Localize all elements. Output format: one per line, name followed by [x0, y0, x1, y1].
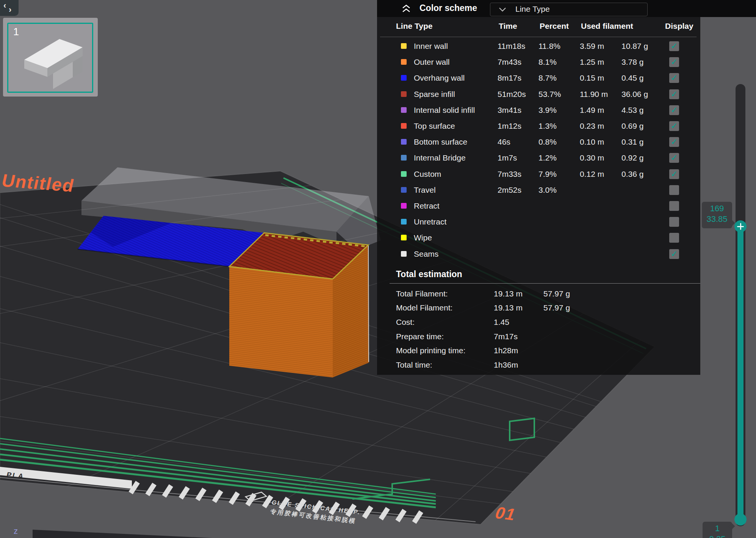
display-checkbox[interactable]: ✓ — [669, 57, 679, 67]
line-type-row: Wipe — [377, 230, 700, 246]
line-type-row: Custom 7m33s 7.9% 0.12 m 0.36 g ✓ — [377, 166, 700, 182]
layer-slider-lower-handle[interactable] — [734, 513, 747, 526]
line-type-percent: 0.8% — [538, 137, 580, 147]
line-type-time: 3m41s — [498, 106, 538, 115]
display-checkbox[interactable] — [669, 185, 679, 195]
column-header-display: Display — [665, 22, 701, 34]
line-type-color-swatch — [401, 235, 407, 240]
column-header-percent: Percent — [540, 22, 581, 34]
line-type-label: Sparse infill — [414, 90, 498, 99]
line-type-used-g: 0.31 g — [621, 137, 664, 147]
line-type-label: Wipe — [414, 233, 498, 242]
line-type-used-m: 0.12 m — [580, 170, 621, 179]
total-row-label: Cost: — [396, 318, 494, 327]
collapse-sidebar-button[interactable]: ‹ › — [0, 0, 19, 16]
total-estimation-divider — [390, 283, 700, 284]
line-type-row: Overhang wall 8m17s 8.7% 0.15 m 0.45 g ✓ — [377, 70, 700, 86]
line-type-percent: 1.2% — [538, 153, 580, 162]
total-estimation-title: Total estimation — [396, 269, 462, 279]
display-checkbox[interactable]: ✓ — [669, 121, 679, 131]
line-type-used-g: 10.87 g — [621, 42, 664, 51]
color-scheme-dropdown[interactable]: Line Type — [490, 3, 648, 16]
line-type-percent: 53.7% — [538, 90, 580, 99]
display-checkbox[interactable]: ✓ — [669, 105, 679, 115]
line-type-label: Outer wall — [414, 58, 498, 67]
total-estimation-rows: Total Filament: 19.13 m 57.97 g Model Fi… — [377, 287, 700, 372]
display-checkbox[interactable]: ✓ — [669, 153, 679, 163]
line-type-used-m: 11.90 m — [580, 90, 621, 99]
display-checkbox[interactable] — [669, 217, 679, 227]
total-row-label: Total Filament: — [396, 289, 494, 298]
line-type-time: 51m20s — [498, 90, 538, 99]
total-row-value-1: 7m17s — [494, 332, 543, 341]
line-type-color-swatch — [401, 107, 407, 113]
line-type-label: Inner wall — [414, 42, 498, 51]
chevron-left-icon: ‹ — [3, 1, 6, 11]
line-type-used-g: 0.36 g — [621, 170, 664, 179]
display-checkbox[interactable] — [669, 233, 679, 243]
color-scheme-header: Color scheme Line Type — [377, 0, 756, 17]
chevron-right-icon: › — [9, 5, 11, 15]
line-type-color-swatch — [401, 139, 407, 145]
line-type-percent: 3.0% — [538, 186, 580, 195]
line-type-time: 11m18s — [498, 42, 538, 51]
lower-height-value: 0.25 — [703, 534, 732, 538]
plate-thumbnail-model-preview — [8, 24, 92, 92]
line-type-used-g: 0.92 g — [621, 153, 664, 162]
line-type-label: Unretract — [414, 217, 498, 226]
line-type-used-g: 3.78 g — [621, 58, 664, 67]
line-type-row: Internal solid infill 3m41s 3.9% 1.49 m … — [377, 102, 700, 118]
line-type-color-swatch — [401, 187, 407, 193]
line-type-percent: 3.9% — [538, 106, 580, 115]
display-checkbox[interactable]: ✓ — [669, 169, 679, 179]
line-type-label: Retract — [414, 201, 498, 211]
line-type-label: Overhang wall — [414, 73, 498, 83]
plate-thumbnail-card[interactable]: 1 — [3, 18, 98, 97]
display-checkbox[interactable]: ✓ — [669, 73, 679, 83]
line-type-label: Internal Bridge — [414, 153, 498, 162]
line-type-label: Custom — [414, 170, 498, 179]
line-type-row: Seams ✓ — [377, 246, 700, 262]
layer-slider-upper-tooltip: 169 33.85 — [702, 202, 732, 228]
display-checkbox[interactable]: ✓ — [669, 41, 679, 51]
line-type-row: Retract — [377, 198, 700, 214]
dropdown-selected-value: Line Type — [515, 5, 550, 14]
display-checkbox[interactable]: ✓ — [669, 249, 679, 259]
layer-slider-upper-handle[interactable] — [734, 220, 747, 232]
line-type-used-g: 36.06 g — [621, 90, 664, 99]
line-type-row: Top surface 1m12s 1.3% 0.23 m 0.69 g ✓ — [377, 118, 700, 134]
line-type-color-swatch — [401, 155, 407, 161]
line-type-rows: Inner wall 11m18s 11.8% 3.59 m 10.87 g ✓… — [377, 38, 700, 262]
line-type-used-m: 0.30 m — [580, 153, 621, 162]
line-type-color-swatch — [401, 59, 407, 65]
total-row-label: Prepare time: — [396, 332, 494, 341]
line-type-label: Internal solid infill — [414, 106, 498, 115]
line-type-label: Travel — [414, 186, 498, 195]
line-type-color-swatch — [401, 251, 407, 257]
axis-z-label: z — [14, 526, 18, 536]
line-type-percent: 7.9% — [538, 170, 580, 179]
total-estimation-row: Model printing time: 1h28m — [377, 343, 700, 358]
display-checkbox[interactable]: ✓ — [669, 89, 679, 99]
line-type-row: Unretract — [377, 214, 700, 230]
line-type-time: 2m52s — [498, 186, 538, 195]
line-type-used-g: 0.45 g — [621, 73, 664, 83]
printed-cube — [229, 233, 369, 377]
total-estimation-row: Total time: 1h36m — [377, 358, 700, 372]
column-header-used-filament: Used filament — [581, 22, 665, 34]
layer-slider-lower-tooltip: 1 0.25 — [703, 522, 732, 538]
display-checkbox[interactable] — [669, 201, 679, 211]
display-checkbox[interactable]: ✓ — [669, 137, 679, 147]
total-row-value-2: 57.97 g — [543, 289, 700, 298]
line-type-row: Outer wall 7m43s 8.1% 1.25 m 3.78 g ✓ — [377, 54, 700, 70]
line-type-color-swatch — [401, 203, 407, 209]
double-chevron-up-icon[interactable] — [401, 4, 412, 14]
total-row-label: Model printing time: — [396, 346, 494, 355]
header-divider — [380, 37, 697, 37]
total-row-value-1: 1h36m — [494, 360, 543, 370]
total-estimation-row: Total Filament: 19.13 m 57.97 g — [377, 287, 700, 301]
line-type-time: 8m17s — [498, 73, 538, 83]
line-type-used-m: 0.15 m — [580, 73, 621, 83]
line-type-row: Inner wall 11m18s 11.8% 3.59 m 10.87 g ✓ — [377, 38, 700, 54]
line-type-color-swatch — [401, 219, 407, 225]
